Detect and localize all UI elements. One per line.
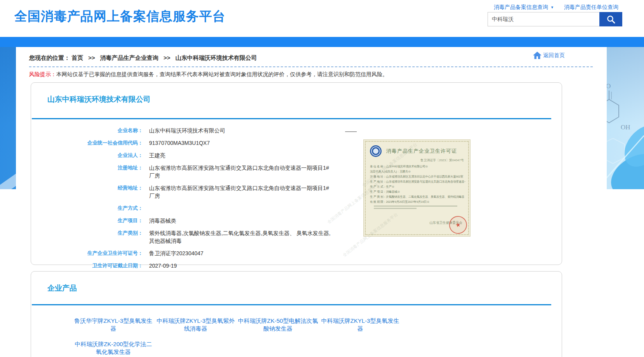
field-row: 经营地址： 山东省潍坊市高新区潍安路与宝通街交叉路口东北角自动变速器一期项目1#…: [31, 184, 342, 200]
seal-star-icon: ★: [455, 221, 462, 229]
field-row: 注册地址： 山东省潍坊市高新区潍安路与宝通街交叉路口东北角自动变速器一期项目1#…: [31, 164, 342, 179]
certificate-note-bar: [374, 208, 417, 209]
page-title: 全国消毒产品网上备案信息服务平台: [14, 8, 226, 25]
field-value: 2027-09-19: [149, 262, 177, 270]
field-label: 生产类别：: [31, 229, 143, 245]
field-row: 卫生许可证截止日期： 2027-09-19: [31, 262, 342, 270]
company-fields: 企业名称： 山东中科瑞沃环境技术有限公司 企业统一社会信用代码： 9137070…: [31, 127, 342, 274]
field-label: 企业统一社会信用代码：: [31, 139, 143, 147]
certificate-title: 消毒产品生产企业卫生许可证: [386, 148, 457, 155]
product-link[interactable]: 中科瑞沃牌ZKYL-3型臭氧紫外线消毒器: [154, 317, 237, 333]
field-row: 生产类别： 紫外线消毒器,次氯酸钠发生器,二氧化氯发生器,臭氧发生器、 臭氧水发…: [31, 229, 342, 245]
field-row: 企业法人： 王建亮: [31, 152, 342, 159]
search-icon: [606, 15, 616, 24]
section-underline: [32, 118, 551, 119]
field-row: 生产方式：: [31, 204, 342, 212]
field-label: 生产项目：: [31, 217, 143, 225]
field-value: 91370700MA3M3U1QX7: [149, 139, 210, 147]
field-row: 生产企业卫生许可证号： 鲁卫消证字202304047: [31, 249, 342, 257]
field-value: 消毒器械类: [149, 217, 176, 225]
risk-notice: 风险提示：本网站仅基于已掌握的信息提供查询服务，查询结果不代表本网站对被查询对象…: [29, 71, 388, 78]
certificate-note: [364, 205, 470, 209]
product-link[interactable]: 鲁沃华宇牌ZKYL-3型臭氧发生器: [72, 317, 154, 333]
field-label: 企业名称：: [31, 127, 143, 134]
return-home-label: 返回首页: [543, 52, 565, 59]
breadcrumb: 您现在的位置： 首页 >> 消毒产品生产企业查询 >> 山东中科瑞沃环境技术有限…: [29, 54, 257, 62]
certificate-line: 生 产 类 别：次氯酸钠发生器、二氧化氯发生器、臭氧发生器、紫外线消毒器: [370, 194, 465, 199]
search-button[interactable]: [599, 12, 622, 26]
product-link[interactable]: 中科瑞沃牌ZK-50型电解法次氯酸钠发生器: [237, 317, 319, 333]
field-row: 企业名称： 山东中科瑞沃环境技术有限公司: [31, 127, 342, 134]
risk-notice-label: 风险提示：: [29, 71, 56, 77]
certificate-emblem-icon: [370, 145, 382, 157]
field-label: 企业法人：: [31, 152, 143, 159]
field-label: 经营地址：: [31, 184, 143, 200]
field-value: 山东中科瑞沃环境技术有限公司: [149, 127, 225, 134]
breadcrumb-item-current: 山东中科瑞沃环境技术有限公司: [175, 54, 257, 61]
risk-notice-text: 本网站仅基于已掌握的信息提供查询服务，查询结果不代表本网站对被查询对象信用状况的…: [56, 71, 388, 77]
breadcrumb-prefix: 您现在的位置：: [29, 54, 70, 61]
dashed-divider: [29, 66, 593, 67]
field-value: 鲁卫消证字202304047: [149, 249, 203, 257]
certificate-line: 单 位 名 称：山东中科瑞沃环境技术有限公司※: [370, 164, 465, 169]
search-input[interactable]: [488, 12, 599, 26]
svg-text:OH: OH: [621, 124, 630, 131]
field-label: 生产方式：: [31, 204, 143, 212]
certificate-note-bar: [374, 205, 457, 207]
certificate-number: 鲁卫消证字〔2023〕第04047号: [364, 158, 470, 162]
content-wrapper: 您现在的位置： 首页 >> 消毒产品生产企业查询 >> 山东中科瑞沃环境技术有限…: [16, 47, 607, 357]
license-certificate-image: 全国消毒产品网上备案信息服务平台 全国消毒产品网上备案信息服务平台 全国消毒产品…: [342, 135, 471, 239]
search-bar: [488, 12, 622, 26]
certificate-line: 生 产 方 式：生产※: [370, 184, 465, 189]
top-band: [0, 37, 644, 47]
product-link[interactable]: 中科瑞沃牌ZKYL-3型臭氧发生器: [319, 317, 401, 333]
field-value: 山东省潍坊市高新区潍安路与宝通街交叉路口东北角自动变速器一期项目1#厂房: [149, 164, 332, 179]
nav-link-unit-query[interactable]: 消毒产品责任单位查询: [564, 4, 618, 11]
field-label: 生产企业卫生许可证号：: [31, 249, 143, 257]
breadcrumb-item-home[interactable]: 首页: [71, 54, 83, 61]
breadcrumb-item-company-query[interactable]: 消毒产品生产企业查询: [100, 54, 158, 61]
nav-link-unit-query-label: 消毒产品责任单位查询: [564, 4, 618, 11]
page: 全国消毒产品网上备案信息服务平台 消毒产品备案信息查询 ▼ 消毒产品责任单位查询: [0, 0, 644, 357]
breadcrumb-separator: >>: [88, 54, 95, 61]
chevron-down-icon: ▼: [550, 5, 554, 9]
certificate-line: 生 产 项 目：消毒器械※: [370, 189, 465, 194]
company-name-title: 山东中科瑞沃环境技术有限公司: [47, 94, 151, 104]
nav-link-filing-query-label: 消毒产品备案信息查询: [494, 4, 548, 11]
field-label: 注册地址：: [31, 164, 143, 179]
field-value: 山东省潍坊市高新区潍安路与宝通街交叉路口东北角自动变速器一期项目1#厂房: [149, 184, 332, 200]
certificate-line: 生 产 地 址：山东省潍坊市高新区潍安路与宝通街交叉路口东北角自动变速器一期项目…: [370, 179, 465, 184]
field-row: 企业统一社会信用代码： 91370700MA3M3U1QX7: [31, 139, 342, 147]
certificate-body: 单 位 名 称：山东中科瑞沃环境技术有限公司※ 法定代表人(或负责人)：王建亮※…: [364, 162, 470, 204]
product-link[interactable]: 中科瑞沃牌ZK-200型化学法二氧化氯发生器: [72, 340, 154, 356]
image-placeholder-dash: [345, 131, 357, 132]
products-title: 企业产品: [47, 283, 77, 293]
certificate-line: 法定代表人(或负责人)：王建亮※: [370, 169, 465, 174]
breadcrumb-separator: >>: [163, 54, 170, 61]
certificate-header: 消毒产品生产企业卫生许可证: [364, 140, 470, 157]
company-info-card: 山东中科瑞沃环境技术有限公司 企业名称： 山东中科瑞沃环境技术有限公司 企业统一…: [31, 82, 562, 265]
home-icon: [533, 52, 542, 59]
top-nav: 消毒产品备案信息查询 ▼ 消毒产品责任单位查询: [494, 4, 618, 11]
certificate-line: 注 册 地 址：山东省潍坊高新区玉清东街以北中心次干道以西高新大厦902室: [370, 174, 465, 179]
field-value: 王建亮: [149, 152, 165, 159]
product-list: 鲁沃华宇牌ZKYL-3型臭氧发生器 中科瑞沃牌ZKYL-3型臭氧紫外线消毒器 中…: [72, 317, 422, 357]
field-row: 生产项目： 消毒器械类: [31, 217, 342, 225]
nav-link-filing-query[interactable]: 消毒产品备案信息查询 ▼: [494, 4, 554, 11]
certificate-line: 有 效 期 限：2023年9月20日至2027年9月19日※: [370, 199, 465, 204]
section-underline: [32, 304, 551, 305]
license-certificate: 消毒产品生产企业卫生许可证 鲁卫消证字〔2023〕第04047号 单 位 名 称…: [363, 139, 470, 237]
products-card: 企业产品 鲁沃华宇牌ZKYL-3型臭氧发生器 中科瑞沃牌ZKYL-3型臭氧紫外线…: [31, 271, 562, 357]
field-value: 紫外线消毒器,次氯酸钠发生器,二氧化氯发生器,臭氧发生器、 臭氧水发生器,其他器…: [149, 229, 332, 245]
return-home-link[interactable]: 返回首页: [533, 52, 565, 59]
official-seal-icon: ★: [448, 214, 469, 236]
field-label: 卫生许可证截止日期：: [31, 262, 143, 270]
